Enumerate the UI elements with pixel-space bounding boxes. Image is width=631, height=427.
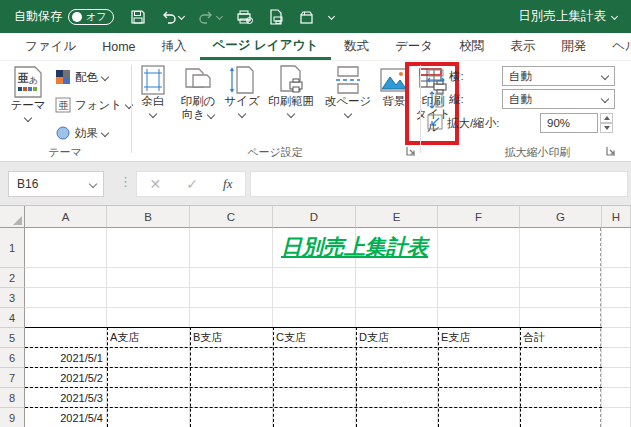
cell-G9[interactable] [520,408,602,427]
cell-F4[interactable] [438,308,520,328]
scale-height-dropdown[interactable]: 自動 [502,89,615,109]
cell-G7[interactable] [520,368,602,388]
cell-H7[interactable] [602,368,631,388]
tab-view[interactable]: 表示 [497,33,548,60]
cell-E7[interactable] [356,368,438,388]
row-header-8[interactable]: 8 [0,388,25,408]
open-box-button[interactable] [298,9,315,25]
name-box[interactable]: B16 [8,171,104,197]
cell-E8[interactable] [356,388,438,408]
save-button[interactable] [130,9,146,25]
cell-D9[interactable] [273,408,356,427]
cell-D5[interactable]: C支店 [273,328,356,348]
cell-D4[interactable] [273,308,356,328]
column-header-B[interactable]: B [107,206,190,228]
cell-C2[interactable] [190,268,273,288]
row-header-1[interactable]: 1 [0,228,25,268]
cell-G6[interactable] [520,348,602,368]
spin-up-icon[interactable] [600,113,613,123]
cell-F5[interactable]: E支店 [438,328,520,348]
theme-colors-button[interactable]: 配色 [55,69,108,85]
cell-F6[interactable] [438,348,520,368]
cell-E5[interactable]: D支店 [356,328,438,348]
select-all-corner[interactable] [0,206,25,228]
customize-qat-icon[interactable] [328,13,335,20]
row-header-9[interactable]: 9 [0,408,25,427]
cell-C9[interactable] [190,408,273,427]
cell-A9[interactable]: 2021/5/4 [25,408,107,427]
cell-E2[interactable] [356,268,438,288]
cell-A7[interactable]: 2021/5/2 [25,368,107,388]
cell-G8[interactable] [520,388,602,408]
cell-A6[interactable]: 2021/5/1 [25,348,107,368]
cell-C3[interactable] [190,288,273,308]
column-header-F[interactable]: F [438,206,520,228]
print-preview-button[interactable] [268,9,284,25]
margins-button[interactable]: 余白 [133,65,173,117]
column-header-A[interactable]: A [25,206,107,228]
cell-F3[interactable] [438,288,520,308]
theme-fonts-button[interactable]: 亜 フォント [55,97,132,113]
formula-bar-handle[interactable]: ⋮ [119,174,132,189]
cell-H8[interactable] [602,388,631,408]
cell-A5[interactable] [25,328,107,348]
row-header-7[interactable]: 7 [0,368,25,388]
tab-review[interactable]: 校閲 [446,33,497,60]
tab-developer[interactable]: 開発 [548,33,599,60]
cell-B8[interactable] [107,388,190,408]
scale-dialog-launcher-icon[interactable] [606,146,616,156]
cell-F8[interactable] [438,388,520,408]
cell-A4[interactable] [25,308,107,328]
cell-B3[interactable] [107,288,190,308]
tab-page-layout[interactable]: ページ レイアウト [200,33,332,60]
theme-effects-button[interactable]: 効果 [55,125,108,141]
cell-G3[interactable] [520,288,602,308]
quick-print-button[interactable] [236,9,254,25]
insert-function-button[interactable]: fx [223,176,232,192]
cell-D6[interactable] [273,348,356,368]
undo-button[interactable] [160,9,184,25]
cell-H2[interactable] [602,268,631,288]
cell-A2[interactable] [25,268,107,288]
cell-A1[interactable] [25,228,107,268]
cell-B6[interactable] [107,348,190,368]
autosave-toggle[interactable]: 自動保存 オフ [14,8,114,25]
tab-file[interactable]: ファイル [12,33,89,60]
cell-D3[interactable] [273,288,356,308]
tab-formulas[interactable]: 数式 [331,33,382,60]
cell-A3[interactable] [25,288,107,308]
cell-B2[interactable] [107,268,190,288]
autosave-switch[interactable]: オフ [68,9,114,25]
cell-H6[interactable] [602,348,631,368]
cell-B9[interactable] [107,408,190,427]
column-header-D[interactable]: D [273,206,356,228]
tab-data[interactable]: データ [382,33,446,60]
undo-dropdown-icon[interactable] [178,13,185,20]
cell-C5[interactable]: B支店 [190,328,273,348]
scale-width-dropdown[interactable]: 自動 [502,66,615,86]
cell-B7[interactable] [107,368,190,388]
cell-C4[interactable] [190,308,273,328]
column-header-G[interactable]: G [520,206,602,228]
cell-D2[interactable] [273,268,356,288]
row-header-4[interactable]: 4 [0,308,25,328]
column-header-C[interactable]: C [190,206,273,228]
cell-E3[interactable] [356,288,438,308]
column-header-E[interactable]: E [356,206,438,228]
cell-F9[interactable] [438,408,520,427]
spin-down-icon[interactable] [600,123,613,133]
themes-button[interactable]: 亜 あ テーマ [6,65,50,121]
document-title[interactable]: 日別売上集計表 [519,0,618,33]
column-header-H[interactable]: H [602,206,631,228]
cell-F2[interactable] [438,268,520,288]
row-header-3[interactable]: 3 [0,288,25,308]
tab-help[interactable]: ヘルプ [599,33,631,60]
row-header-2[interactable]: 2 [0,268,25,288]
scale-spinner[interactable] [600,113,613,133]
cell-E4[interactable] [356,308,438,328]
name-box-chevron-icon[interactable] [89,180,97,188]
cell-H5[interactable] [602,328,631,348]
print-area-button[interactable]: 印刷範囲 [262,65,320,117]
scale-percent-input[interactable]: 90% [540,113,598,133]
cell-C6[interactable] [190,348,273,368]
